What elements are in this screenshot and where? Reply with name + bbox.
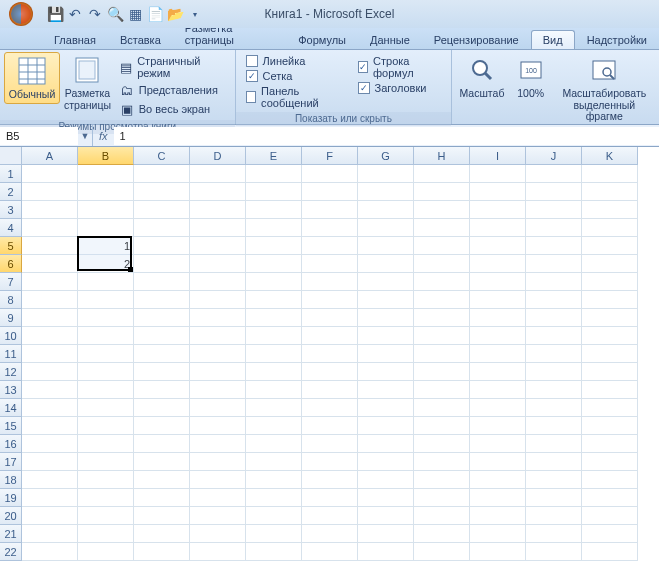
cell[interactable] <box>246 201 302 219</box>
cell[interactable] <box>526 525 582 543</box>
cell[interactable] <box>190 327 246 345</box>
normal-view-button[interactable]: Обычный <box>4 52 60 104</box>
cell[interactable] <box>190 363 246 381</box>
cell[interactable] <box>302 543 358 561</box>
cell[interactable] <box>358 417 414 435</box>
cell[interactable] <box>582 237 638 255</box>
qat-icon[interactable]: ▦ <box>126 4 144 24</box>
cell[interactable] <box>414 273 470 291</box>
cell[interactable] <box>78 507 134 525</box>
cell[interactable] <box>414 543 470 561</box>
cell[interactable] <box>134 471 190 489</box>
cell[interactable] <box>358 543 414 561</box>
cell[interactable] <box>582 165 638 183</box>
row-header[interactable]: 22 <box>0 543 22 561</box>
cell[interactable] <box>526 219 582 237</box>
cell[interactable] <box>582 543 638 561</box>
cell[interactable] <box>470 435 526 453</box>
cell[interactable] <box>470 543 526 561</box>
cell[interactable] <box>414 489 470 507</box>
column-header[interactable]: G <box>358 147 414 165</box>
cell[interactable] <box>22 507 78 525</box>
cell[interactable] <box>582 435 638 453</box>
cell[interactable] <box>302 273 358 291</box>
fx-icon[interactable]: fx <box>99 130 108 142</box>
cell[interactable] <box>526 237 582 255</box>
cell[interactable] <box>190 381 246 399</box>
cell[interactable] <box>302 183 358 201</box>
cell[interactable] <box>22 453 78 471</box>
cell[interactable] <box>246 273 302 291</box>
cell[interactable] <box>582 381 638 399</box>
cell[interactable] <box>78 165 134 183</box>
qat-dropdown-icon[interactable]: ▾ <box>186 4 204 24</box>
cell[interactable] <box>470 255 526 273</box>
cell[interactable] <box>358 345 414 363</box>
cell[interactable] <box>22 201 78 219</box>
cell[interactable] <box>22 183 78 201</box>
cell[interactable] <box>526 183 582 201</box>
cell[interactable] <box>78 489 134 507</box>
cell[interactable] <box>414 453 470 471</box>
cell[interactable] <box>302 435 358 453</box>
cell[interactable] <box>22 525 78 543</box>
cell[interactable] <box>246 327 302 345</box>
cell[interactable] <box>22 237 78 255</box>
cell[interactable] <box>526 381 582 399</box>
cell[interactable] <box>190 201 246 219</box>
name-box-dropdown-icon[interactable]: ▼ <box>78 131 92 141</box>
cell[interactable] <box>414 525 470 543</box>
row-header[interactable]: 15 <box>0 417 22 435</box>
cell[interactable] <box>470 219 526 237</box>
cell[interactable] <box>22 543 78 561</box>
cell[interactable] <box>78 417 134 435</box>
message-bar-checkbox[interactable]: Панель сообщений <box>240 84 352 110</box>
cell[interactable] <box>134 165 190 183</box>
cell[interactable] <box>134 381 190 399</box>
cell[interactable] <box>414 363 470 381</box>
cell[interactable] <box>414 291 470 309</box>
cell[interactable] <box>22 417 78 435</box>
cell[interactable] <box>470 453 526 471</box>
cell[interactable] <box>582 183 638 201</box>
cell[interactable] <box>302 417 358 435</box>
cell[interactable] <box>302 363 358 381</box>
row-header[interactable]: 5 <box>0 237 22 255</box>
cell[interactable] <box>414 327 470 345</box>
row-header[interactable]: 21 <box>0 525 22 543</box>
office-button[interactable] <box>2 0 40 28</box>
cell[interactable] <box>246 363 302 381</box>
cell[interactable] <box>78 183 134 201</box>
row-header[interactable]: 11 <box>0 345 22 363</box>
page-layout-button[interactable]: Разметка страницы <box>60 52 115 113</box>
row-header[interactable]: 8 <box>0 291 22 309</box>
cell[interactable] <box>526 201 582 219</box>
cell[interactable] <box>414 345 470 363</box>
cell[interactable] <box>22 345 78 363</box>
cell[interactable] <box>302 309 358 327</box>
cell[interactable] <box>246 237 302 255</box>
cell[interactable] <box>78 381 134 399</box>
cell[interactable] <box>78 327 134 345</box>
cell[interactable] <box>190 309 246 327</box>
cell[interactable] <box>22 309 78 327</box>
headings-checkbox[interactable]: ✓Заголовки <box>352 81 448 95</box>
full-screen-button[interactable]: ▣Во весь экран <box>115 100 231 118</box>
cell[interactable] <box>470 381 526 399</box>
cell[interactable] <box>470 165 526 183</box>
cell[interactable] <box>246 489 302 507</box>
row-header[interactable]: 14 <box>0 399 22 417</box>
cell[interactable] <box>414 435 470 453</box>
cell[interactable] <box>134 219 190 237</box>
cell[interactable] <box>78 525 134 543</box>
cell[interactable] <box>78 273 134 291</box>
cell[interactable] <box>246 435 302 453</box>
cell[interactable] <box>582 273 638 291</box>
cell[interactable] <box>582 525 638 543</box>
cell[interactable] <box>78 543 134 561</box>
page-break-button[interactable]: ▤Страничный режим <box>115 54 231 80</box>
cell[interactable] <box>582 345 638 363</box>
row-header[interactable]: 6 <box>0 255 22 273</box>
cell[interactable] <box>582 489 638 507</box>
save-icon[interactable]: 💾 <box>46 4 64 24</box>
